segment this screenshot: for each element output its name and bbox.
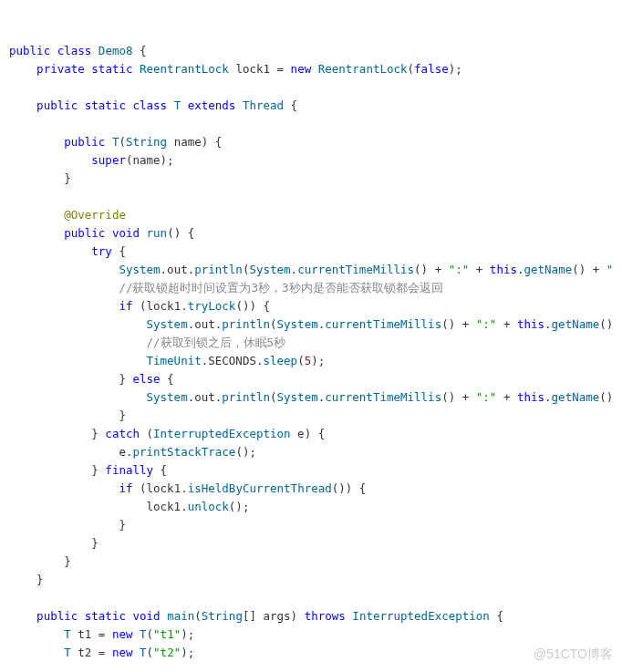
method: println <box>222 317 270 331</box>
kw: try <box>91 244 112 258</box>
type: System <box>147 390 188 404</box>
var: lock1 <box>147 299 181 313</box>
field: SECONDS <box>208 354 256 367</box>
type: InterruptedException <box>352 609 490 623</box>
type: TimeUnit <box>147 354 202 367</box>
kw: public <box>64 226 105 240</box>
kw: public <box>64 135 105 149</box>
var: lock1 <box>235 62 270 76</box>
kw: static <box>85 98 126 112</box>
code-block: public class Demo8 { private static Reen… <box>9 42 613 672</box>
field: out <box>167 263 188 276</box>
kw: finally <box>105 463 153 477</box>
str: ":" <box>476 317 497 331</box>
type: System <box>249 263 290 276</box>
method: currentTimeMillis <box>297 263 414 276</box>
var: t2 <box>78 646 91 659</box>
str: "t1" <box>153 627 181 641</box>
var: name <box>132 153 160 167</box>
type: Demo8 <box>98 44 133 57</box>
type: System <box>277 390 318 404</box>
type: T <box>64 646 71 659</box>
var: e <box>297 427 305 440</box>
kw: if <box>119 299 132 313</box>
method: run <box>147 226 168 240</box>
str: "t2" <box>153 646 181 659</box>
kw: this <box>517 390 544 404</box>
field: out <box>194 390 215 404</box>
kw: private <box>36 62 85 76</box>
method: unlock <box>188 500 229 513</box>
kw: super <box>91 153 126 167</box>
kw: void <box>132 609 160 623</box>
type: System <box>277 317 318 331</box>
kw: public <box>36 98 78 112</box>
method: println <box>222 390 270 404</box>
kw: this <box>490 263 517 276</box>
method: getName <box>552 317 600 331</box>
kw: extends <box>188 98 236 112</box>
field: out <box>194 317 215 331</box>
kw: class <box>57 44 92 57</box>
num: 5 <box>305 354 312 367</box>
method: println <box>194 263 243 276</box>
method: sleep <box>263 354 297 367</box>
type: T <box>64 627 71 641</box>
var: lock1 <box>147 500 181 513</box>
param: args <box>264 609 291 623</box>
var: e <box>119 445 126 459</box>
kw: void <box>112 226 140 240</box>
method: printStackTrace <box>132 445 235 459</box>
type: String <box>126 135 167 149</box>
var: t1 <box>78 627 91 641</box>
type: System <box>119 263 160 276</box>
param: name <box>174 135 202 149</box>
kw: throws <box>305 609 346 623</box>
var: lock1 <box>147 481 181 495</box>
method: tryLock <box>188 299 236 313</box>
kw: new <box>291 62 312 76</box>
type: ReentrantLock <box>140 62 229 76</box>
kw: else <box>132 372 160 386</box>
lit: false <box>414 62 449 76</box>
comment: //获取锁超时时间设置为3秒，3秒内是否能否获取锁都会返回 <box>119 281 442 295</box>
kw: if <box>119 481 132 495</box>
str: ":" <box>476 390 497 404</box>
str: ":" <box>449 263 470 276</box>
method: getName <box>524 263 573 276</box>
kw: catch <box>105 427 140 440</box>
type: String <box>202 609 243 623</box>
kw: this <box>517 317 544 331</box>
kw: new <box>112 627 133 641</box>
method: main <box>167 609 194 623</box>
type: ReentrantLock <box>318 62 408 76</box>
kw: static <box>85 609 126 623</box>
type: T <box>140 627 147 641</box>
annotation: @Override <box>64 208 126 222</box>
kw: public <box>9 44 50 57</box>
type: T <box>174 98 181 112</box>
method: currentTimeMillis <box>325 390 441 404</box>
type: T <box>140 646 147 659</box>
kw: static <box>91 62 132 76</box>
comment: //获取到锁之后，休眠5秒 <box>147 336 286 349</box>
method: getName <box>552 390 600 404</box>
kw: new <box>112 646 133 659</box>
method: T <box>112 135 119 149</box>
kw: class <box>132 98 167 112</box>
watermark: @51CTO博客 <box>534 645 613 663</box>
type: Thread <box>243 98 284 112</box>
type: System <box>147 317 188 331</box>
method: currentTimeMillis <box>325 317 441 331</box>
type: InterruptedException <box>153 427 291 440</box>
kw: public <box>36 609 78 623</box>
method: isHeldByCurrentThread <box>188 481 332 495</box>
